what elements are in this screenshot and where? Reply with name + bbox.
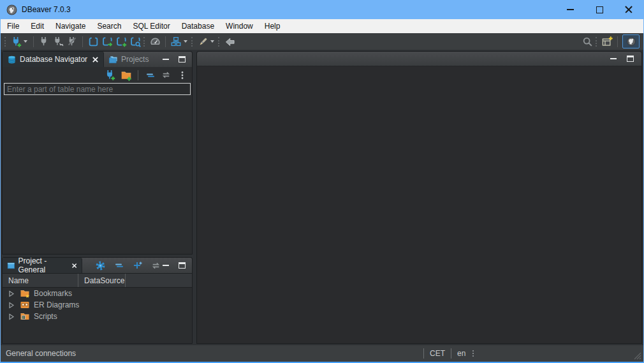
link-with-editor-button[interactable] <box>149 259 163 272</box>
close-button[interactable] <box>614 0 643 19</box>
collapse-all-icon <box>114 260 124 270</box>
menu-search[interactable]: Search <box>91 19 127 33</box>
expander-icon[interactable] <box>7 313 15 321</box>
minimize-icon <box>567 9 574 10</box>
open-perspective-button[interactable] <box>600 34 614 48</box>
tab-projects[interactable]: Projects <box>104 52 153 67</box>
new-connection-dropdown[interactable] <box>24 40 27 43</box>
reconnect-icon <box>53 36 64 47</box>
tree-row-label: Bookmarks <box>34 289 72 298</box>
pen-icon <box>198 36 209 47</box>
back-arrow-icon <box>224 36 235 47</box>
link-with-editor-button[interactable] <box>159 68 173 82</box>
expander-icon[interactable] <box>7 301 15 309</box>
menu-window[interactable]: Window <box>220 19 259 33</box>
maximize-icon <box>596 6 603 13</box>
new-sql-editor-button[interactable] <box>114 34 128 48</box>
maximize-editor-icon[interactable] <box>627 56 634 62</box>
pen-dropdown[interactable] <box>210 40 214 43</box>
link-with-editor-icon <box>161 70 172 80</box>
collapse-all-button[interactable] <box>143 68 157 82</box>
sql-editor-button[interactable] <box>86 34 100 48</box>
minimize-view-icon[interactable] <box>163 59 169 60</box>
minimize-view-icon[interactable] <box>163 265 169 266</box>
close-tab-icon[interactable] <box>71 262 77 269</box>
new-folder-button[interactable] <box>119 68 133 82</box>
dbeaver-window: DBeaver 7.0.3 File Edit Navigate Search … <box>0 0 644 363</box>
navigator-tree[interactable] <box>3 96 192 254</box>
disconnect-icon <box>67 36 77 47</box>
toolbar-separator <box>617 36 618 47</box>
search-button[interactable] <box>580 34 594 48</box>
expand-all-icon <box>133 260 143 270</box>
bookmarks-folder-icon <box>20 288 30 299</box>
new-connection-button[interactable] <box>9 34 23 48</box>
editor-tabstrip <box>196 51 642 66</box>
tree-row-bookmarks[interactable]: Bookmarks <box>3 288 192 299</box>
maximize-button[interactable] <box>585 0 614 19</box>
maximize-view-icon[interactable] <box>179 262 186 269</box>
minimize-editor-icon[interactable] <box>610 58 617 59</box>
timezone-indicator[interactable]: CET <box>430 349 445 358</box>
menu-help[interactable]: Help <box>259 19 286 33</box>
dbeaver-perspective-icon <box>626 36 636 47</box>
back-button[interactable] <box>223 34 237 48</box>
column-header-name[interactable]: Name <box>3 274 78 287</box>
new-folder-icon <box>121 70 132 81</box>
tree-row-er-diagrams[interactable]: ER Diagrams <box>3 299 192 311</box>
transaction-mode-dropdown[interactable] <box>184 40 187 43</box>
table-filter-input[interactable] <box>4 83 191 95</box>
minimize-button[interactable] <box>555 0 585 19</box>
status-separator <box>423 348 424 359</box>
navigator-tabstrip: Database Navigator Projects <box>3 52 192 67</box>
connect-button[interactable] <box>37 34 51 48</box>
column-header-empty <box>126 274 192 287</box>
gear-icon <box>95 260 106 271</box>
expander-icon[interactable] <box>7 290 15 298</box>
recent-sql-editor-button[interactable] <box>128 34 142 48</box>
database-stack-icon <box>7 55 17 64</box>
view-menu-button[interactable] <box>175 68 189 82</box>
projects-folder-icon <box>108 55 118 64</box>
language-indicator[interactable]: en <box>457 349 465 358</box>
project-tabstrip: Project - General <box>3 258 192 273</box>
project-icon <box>7 261 15 270</box>
titlebar[interactable]: DBeaver 7.0.3 <box>1 0 643 19</box>
menu-edit[interactable]: Edit <box>25 19 50 33</box>
collapse-all-button[interactable] <box>112 259 126 272</box>
toolbar-separator <box>33 36 34 47</box>
maximize-view-icon[interactable] <box>179 56 186 63</box>
status-drag-handle[interactable] <box>472 350 474 357</box>
search-icon <box>582 36 593 47</box>
navigator-toolbar <box>3 67 192 83</box>
disconnect-button[interactable] <box>65 34 79 48</box>
dbeaver-perspective-button[interactable] <box>622 34 640 48</box>
editor-empty-area[interactable] <box>196 66 642 344</box>
new-connection-view-button[interactable] <box>103 68 117 82</box>
menu-sql-editor[interactable]: SQL Editor <box>127 19 175 33</box>
menu-database[interactable]: Database <box>176 19 220 33</box>
project-tree: Bookmarks ER Diagrams <box>3 288 192 343</box>
left-column: Database Navigator Projects <box>2 51 193 344</box>
er-diagrams-icon <box>20 300 30 310</box>
dashboard-icon <box>150 36 161 47</box>
configure-columns-button[interactable] <box>94 259 107 272</box>
pen-button[interactable] <box>196 34 210 48</box>
tab-project-general[interactable]: Project - General <box>3 258 82 273</box>
reconnect-button[interactable] <box>51 34 65 48</box>
menu-file[interactable]: File <box>1 19 25 33</box>
tree-row-scripts[interactable]: Scripts <box>3 311 192 322</box>
resize-grip[interactable] <box>634 352 641 360</box>
open-sql-script-button[interactable] <box>100 34 114 48</box>
transaction-mode-button[interactable] <box>169 34 183 48</box>
tab-database-navigator[interactable]: Database Navigator <box>3 52 104 67</box>
status-cluster: CET en <box>423 345 474 362</box>
toolbar-handle <box>4 37 6 47</box>
expand-all-button[interactable] <box>131 259 144 272</box>
dashboard-button[interactable] <box>148 34 162 48</box>
close-tab-icon[interactable] <box>92 56 99 63</box>
toolbar-separator <box>138 70 138 80</box>
menu-navigate[interactable]: Navigate <box>50 19 91 33</box>
scripts-folder-icon <box>20 311 30 322</box>
column-header-datasource[interactable]: DataSource <box>78 274 125 287</box>
